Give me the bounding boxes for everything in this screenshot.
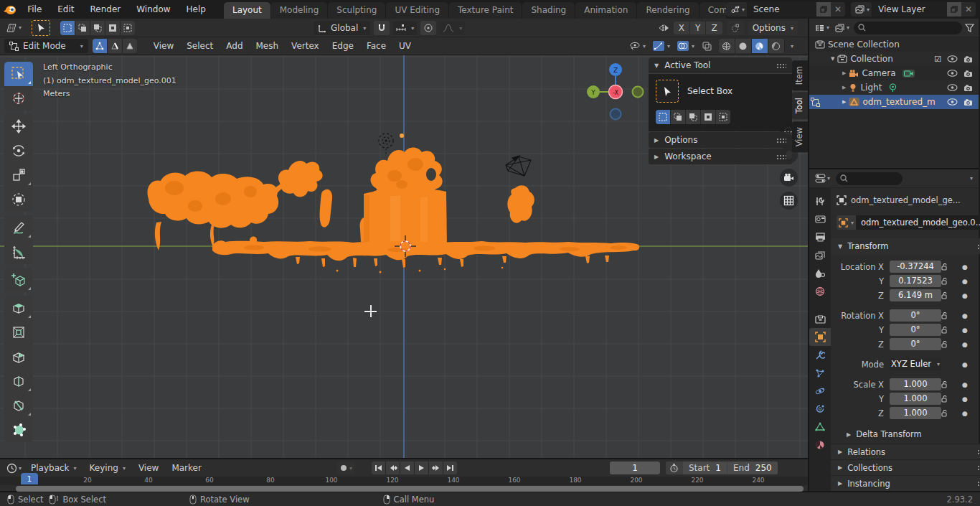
hide-eye-icon[interactable] [947, 70, 958, 77]
tab-output-properties[interactable] [809, 228, 831, 246]
scene-name[interactable]: Scene [748, 2, 816, 17]
tool-annotate[interactable] [4, 215, 33, 240]
tool-poly-build[interactable] [4, 418, 33, 442]
properties-options-chevron[interactable]: ▾ [970, 175, 973, 182]
mirror-x-button[interactable]: X [674, 22, 689, 34]
outliner-row-camera[interactable]: ▶ Camera [809, 66, 979, 80]
collection-checkbox[interactable]: ☑ [934, 55, 941, 64]
axis-gizmo[interactable]: Z Y -X [587, 63, 644, 120]
menu-file[interactable]: File [19, 0, 50, 19]
proportional-falloff-dropdown[interactable]: ▾ [440, 21, 465, 35]
drag-dots-icon[interactable] [776, 138, 786, 143]
tab-texture-paint[interactable]: Texture Paint [449, 2, 522, 19]
prev-keyframe-button[interactable] [386, 462, 400, 474]
shading-solid-button[interactable] [735, 39, 751, 53]
playhead[interactable]: 1 [21, 473, 38, 484]
options-dropdown[interactable]: Options ▾ [748, 21, 798, 35]
active-tool-preview[interactable] [32, 20, 50, 36]
disable-render-camera-icon[interactable] [963, 98, 973, 106]
tool-cursor[interactable] [4, 86, 33, 111]
xray-toggle[interactable] [700, 39, 715, 53]
drag-dots-icon[interactable] [776, 154, 786, 159]
animate-dot[interactable]: ● [960, 395, 970, 403]
view-menu[interactable]: View [133, 463, 164, 473]
rotation-z-field[interactable]: 0° [890, 338, 941, 350]
blender-logo-icon[interactable] [0, 4, 19, 15]
outliner-row-light[interactable]: ▶ Light [809, 80, 979, 95]
animate-dot[interactable]: ● [960, 410, 970, 417]
menu-render[interactable]: Render [83, 0, 129, 19]
play-reverse-button[interactable] [400, 462, 414, 474]
tab-physics-properties[interactable] [809, 382, 831, 400]
outliner-row-collection[interactable]: ▼ Collection ☑ [809, 52, 979, 66]
tool-inset-faces[interactable] [4, 320, 33, 345]
marker-menu[interactable]: Marker [166, 463, 207, 473]
mode-dropdown[interactable]: Edit Mode ▾ [4, 39, 88, 53]
scene-icon[interactable]: ▾ [726, 2, 748, 17]
properties-search-input[interactable] [836, 172, 902, 185]
select-mode-extend[interactable] [75, 21, 90, 35]
mirror-y-button[interactable]: Y [690, 22, 705, 34]
current-frame-field[interactable]: 1 [610, 462, 660, 474]
select-mode-set[interactable] [60, 21, 75, 35]
tool-transform[interactable] [4, 187, 33, 212]
hide-eye-icon[interactable] [947, 98, 958, 106]
menu-vertex[interactable]: Vertex [285, 37, 326, 55]
lock-icon[interactable] [941, 395, 960, 403]
hide-eye-icon[interactable] [947, 55, 958, 62]
next-keyframe-button[interactable] [429, 462, 443, 474]
menu-window[interactable]: Window [128, 0, 178, 19]
tab-sculpting[interactable]: Sculpting [328, 2, 385, 19]
tool-scale[interactable] [4, 163, 33, 187]
disable-render-camera-icon[interactable] [963, 70, 973, 78]
animate-dot[interactable]: ● [960, 312, 970, 319]
end-frame-field[interactable]: End250 [727, 462, 778, 474]
view-layer-icon[interactable]: ▾ [851, 2, 872, 17]
mirror-z-button[interactable]: Z [706, 22, 722, 34]
tab-compositing[interactable]: Compositing [699, 2, 726, 19]
tool-select-box[interactable] [4, 62, 33, 86]
animate-dot[interactable]: ● [960, 341, 970, 348]
transform-orientation-dropdown[interactable]: Global ▾ [314, 21, 370, 35]
tool-bevel[interactable] [4, 345, 33, 369]
timeline-ruler[interactable]: 20 40 60 80 100 120 140 160 180 200 220 … [0, 477, 808, 485]
playback-menu[interactable]: Playback▾ [25, 463, 83, 473]
tab-material-properties[interactable] [809, 436, 831, 454]
tool-add-cube[interactable] [4, 268, 33, 292]
timeline-scrollbar-thumb[interactable] [16, 486, 804, 492]
preview-range-icon[interactable] [666, 462, 682, 474]
shading-wireframe-button[interactable] [719, 39, 735, 53]
sidebar-mode-set[interactable] [656, 110, 670, 124]
tab-modifier-properties[interactable] [809, 346, 831, 364]
camera-data-icon[interactable] [903, 70, 915, 78]
snap-target-dropdown[interactable]: ▾ [393, 21, 417, 35]
outliner-row-odm-model[interactable]: ▶ odm_textured_m [809, 95, 979, 109]
shading-material-button[interactable] [752, 39, 768, 53]
toggle-view-button[interactable] [780, 192, 798, 210]
shading-rendered-button[interactable] [768, 39, 784, 53]
view-layer-name[interactable]: View Layer [872, 2, 947, 17]
tab-world-properties[interactable] [809, 282, 831, 300]
tab-object-properties[interactable] [809, 328, 831, 346]
lock-icon[interactable] [941, 327, 960, 334]
outliner-row-scene-collection[interactable]: Scene Collection [809, 37, 979, 52]
object-id-icon[interactable]: ▾ [837, 215, 856, 230]
outliner-filter-mode-button[interactable]: ▾ [834, 23, 851, 33]
scale-y-field[interactable]: 1.000 [890, 393, 941, 405]
lock-icon[interactable] [941, 278, 960, 285]
select-mode-invert[interactable] [105, 21, 120, 35]
scene-unlink-button[interactable]: ✕ [831, 2, 845, 17]
tool-extrude-region[interactable] [4, 296, 33, 320]
scale-z-field[interactable]: 1.000 [890, 407, 941, 419]
lock-icon[interactable] [941, 263, 960, 271]
tab-layout[interactable]: Layout [224, 2, 270, 19]
lock-icon[interactable] [941, 381, 960, 388]
tab-uv-editing[interactable]: UV Editing [386, 2, 448, 19]
tab-view-layer-properties[interactable] [809, 246, 831, 264]
menu-edge[interactable]: Edge [326, 37, 360, 55]
properties-editor-type-button[interactable]: ▾ [814, 173, 831, 184]
select-mode-subtract[interactable] [90, 21, 105, 35]
animate-dot[interactable]: ● [960, 381, 970, 388]
tool-knife[interactable] [4, 393, 33, 418]
menu-select[interactable]: Select [180, 37, 220, 55]
